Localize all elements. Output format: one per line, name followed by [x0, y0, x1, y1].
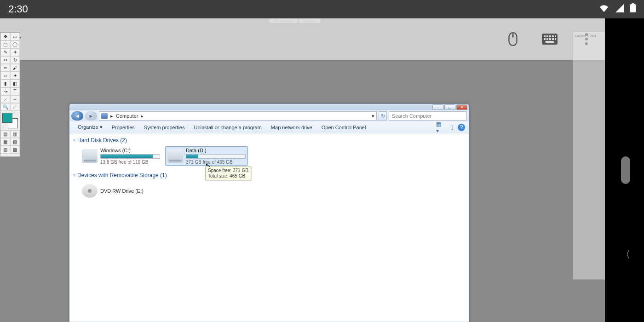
control-panel-button[interactable]: Open Control Panel: [317, 121, 371, 133]
search-placeholder: Search Computer: [392, 113, 431, 119]
tool-fuzzy-select-icon[interactable]: ✶: [10, 48, 20, 56]
android-status-bar: 2:30: [0, 0, 644, 18]
foreground-color[interactable]: [2, 113, 12, 123]
svg-rect-4: [544, 35, 546, 37]
address-row: ◄ ► ▸ Computer ▸ ▾ ↻ Search Computer: [69, 110, 469, 121]
layers-tab[interactable]: Layers: [575, 34, 586, 38]
tool-ellipse-select-icon[interactable]: ◯: [10, 40, 20, 48]
breadcrumb-sep-1: ▸: [141, 113, 144, 119]
hdd-icon: [167, 149, 183, 163]
search-input[interactable]: Search Computer: [389, 111, 467, 121]
tool-eraser-icon[interactable]: ▱: [0, 72, 10, 80]
android-nav-strip: 〈: [605, 18, 644, 322]
svg-rect-7: [552, 35, 554, 37]
nav-pill-handle[interactable]: [621, 156, 630, 184]
tool-move-icon[interactable]: ✥: [0, 33, 10, 40]
svg-rect-12: [552, 38, 554, 40]
window-titlebar[interactable]: – ▭ ✕: [69, 104, 469, 110]
keyboard-button[interactable]: [540, 32, 559, 46]
tool-bucket-icon[interactable]: ▮: [0, 80, 10, 87]
wifi-icon: [599, 3, 609, 15]
drive-e[interactable]: DVD RW Drive (E:): [80, 181, 162, 201]
uninstall-button[interactable]: Uninstall or change a program: [190, 121, 266, 133]
svg-rect-2: [512, 34, 514, 37]
drive-tooltip: Space free: 371 GB Total size: 465 GB: [205, 167, 251, 180]
drive-c-usage-bar: [100, 154, 160, 159]
tool-crop-icon[interactable]: ✂: [0, 56, 10, 64]
refresh-button[interactable]: ↻: [379, 111, 387, 121]
tool-align-icon[interactable]: ▭: [10, 33, 20, 40]
breadcrumb-sep-root: ▸: [110, 113, 113, 119]
tool-path-icon[interactable]: ↝: [0, 87, 10, 95]
tool-opt6-icon[interactable]: ▩: [10, 146, 20, 154]
svg-rect-5: [546, 35, 548, 37]
window-maximize-button[interactable]: ▭: [444, 104, 455, 110]
tool-rotate-icon[interactable]: ↻: [10, 56, 20, 64]
tool-measure-icon[interactable]: ↔: [10, 95, 20, 103]
tool-brush-icon[interactable]: 🖌: [10, 64, 20, 72]
window-close-button[interactable]: ✕: [456, 104, 467, 110]
properties-button[interactable]: Properties: [107, 121, 139, 133]
tool-airbrush-icon[interactable]: ✦: [10, 72, 20, 80]
svg-rect-0: [630, 4, 636, 12]
battery-icon: [630, 3, 636, 15]
tool-smudge-icon[interactable]: ☄: [10, 103, 20, 111]
group-hdd-title: Hard Disk Drives (2): [77, 137, 127, 144]
tool-opt1-icon[interactable]: ▤: [0, 130, 10, 138]
svg-rect-1: [632, 3, 634, 5]
hdd-icon: [82, 149, 98, 163]
drive-c[interactable]: Windows (C:) 13.8 GB free of 119 GB: [80, 146, 162, 166]
computer-icon: [101, 113, 108, 119]
tool-free-select-icon[interactable]: ✎: [0, 48, 10, 56]
svg-rect-13: [555, 38, 556, 40]
svg-rect-10: [546, 38, 548, 40]
mouse-mode-button[interactable]: [504, 32, 522, 46]
tool-gradient-icon[interactable]: ◧: [10, 80, 20, 87]
dvd-icon: [82, 184, 98, 198]
drive-c-name: Windows (C:): [100, 148, 160, 153]
collapse-icon: ▿: [73, 173, 75, 178]
drive-d-usage-bar: [186, 154, 246, 159]
map-drive-button[interactable]: Map network drive: [266, 121, 317, 133]
status-time: 2:30: [8, 3, 28, 15]
tool-opt4-icon[interactable]: ▧: [10, 138, 20, 146]
tool-opt3-icon[interactable]: ▦: [0, 138, 10, 146]
system-properties-button[interactable]: System properties: [139, 121, 190, 133]
svg-rect-14: [546, 41, 554, 43]
fg-bg-color-swatch[interactable]: [2, 113, 18, 128]
nav-forward-button[interactable]: ►: [85, 111, 97, 121]
organize-menu[interactable]: Organize ▾: [73, 121, 107, 133]
tool-rect-select-icon[interactable]: ▢: [0, 40, 10, 48]
group-hdd-header[interactable]: ▿ Hard Disk Drives (2): [73, 135, 465, 145]
view-mode-button[interactable]: ▦ ▾: [436, 123, 446, 132]
svg-rect-11: [549, 38, 551, 40]
breadcrumb[interactable]: ▸ Computer ▸ ▾: [99, 111, 377, 121]
breadcrumb-root[interactable]: Computer: [116, 113, 138, 119]
nav-chevron-left-icon[interactable]: 〈: [621, 248, 630, 261]
tool-text-icon[interactable]: T: [10, 87, 20, 95]
collapse-icon: ▿: [73, 138, 75, 143]
help-button[interactable]: ?: [458, 124, 465, 131]
channels-tab[interactable]: Chan: [587, 34, 596, 38]
drive-d-free: 371 GB free of 465 GB: [186, 160, 246, 165]
address-dropdown[interactable]: ▾: [372, 113, 374, 119]
tool-opt2-icon[interactable]: ▥: [10, 130, 20, 138]
drive-e-name: DVD RW Drive (E:): [100, 188, 160, 194]
svg-rect-8: [555, 35, 556, 37]
tool-opt5-icon[interactable]: ▨: [0, 146, 10, 154]
content-pane[interactable]: ▿ Hard Disk Drives (2) Windows (C:) 13.8…: [69, 133, 469, 322]
group-removable-header[interactable]: ▿ Devices with Removable Storage (1): [73, 170, 465, 180]
explorer-window: – ▭ ✕ ◄ ► ▸ Computer ▸ ▾ ↻ Search Comput…: [69, 104, 469, 322]
tool-zoom-icon[interactable]: 🔍: [0, 103, 10, 111]
group-removable-title: Devices with Removable Storage (1): [77, 172, 167, 178]
tooltip-line2: Total size: 465 GB: [208, 173, 248, 179]
preview-pane-button[interactable]: ▯: [447, 123, 457, 132]
tool-colorpicker-icon[interactable]: ⟋: [0, 95, 10, 103]
drive-c-free: 13.8 GB free of 119 GB: [100, 160, 160, 165]
tool-pencil-icon[interactable]: ✏: [0, 64, 10, 72]
tooltip-line1: Space free: 371 GB: [208, 168, 248, 173]
nav-back-button[interactable]: ◄: [71, 111, 83, 121]
gimp-toolbox: ✥▭ ▢◯ ✎✶ ✂↻ ✏🖌 ▱✦ ▮◧ ↝T ⟋↔ 🔍☄ ▤▥ ▦▧ ▨▩: [0, 32, 20, 157]
window-minimize-button[interactable]: –: [432, 104, 443, 110]
svg-rect-6: [549, 35, 551, 37]
